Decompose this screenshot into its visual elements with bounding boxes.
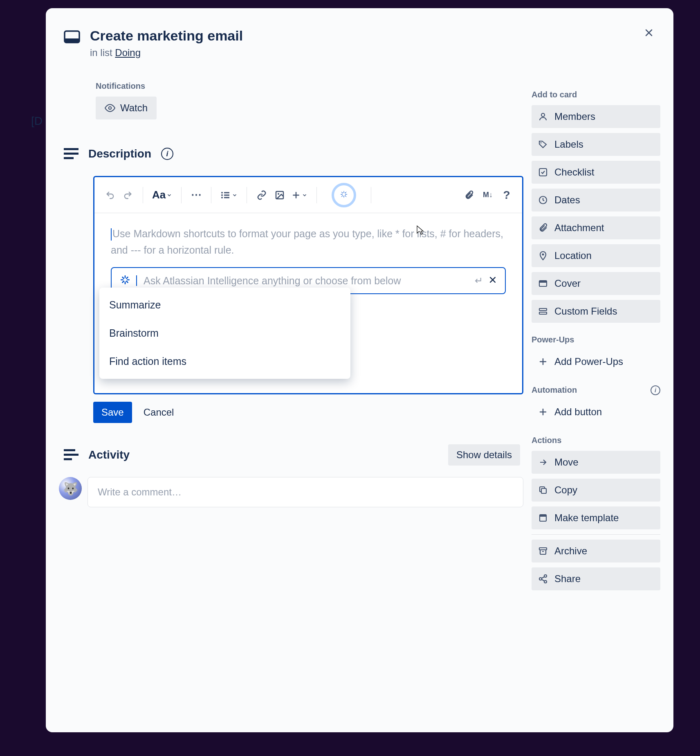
main-column: Create marketing email in list Doing Not… (59, 21, 532, 719)
plus-icon (538, 357, 548, 367)
list-button[interactable] (218, 187, 240, 203)
location-button[interactable]: Location (532, 244, 660, 267)
attachment-button[interactable] (461, 187, 477, 203)
svg-point-6 (221, 192, 223, 194)
card-header: Create marketing email in list Doing (59, 21, 523, 62)
svg-rect-24 (539, 281, 547, 283)
cancel-button[interactable]: Cancel (144, 407, 174, 418)
chevron-down-icon (232, 192, 238, 198)
svg-rect-7 (224, 192, 229, 193)
svg-point-18 (541, 113, 545, 117)
cover-icon (538, 279, 548, 288)
card-title[interactable]: Create marketing email (90, 28, 243, 44)
svg-rect-20 (539, 169, 547, 176)
arrow-right-icon (538, 457, 548, 467)
members-button[interactable]: Members (532, 105, 660, 128)
add-to-card-heading: Add to card (532, 90, 660, 99)
watch-button[interactable]: Watch (96, 97, 157, 119)
svg-point-22 (542, 254, 544, 256)
ai-suggestion-brainstorm[interactable]: Brainstorm (99, 319, 350, 347)
notifications-heading: Notifications (96, 81, 523, 91)
card-list-location: in list Doing (90, 47, 243, 59)
ai-prompt-placeholder: Ask Atlassian Intelligence anything or c… (144, 275, 469, 287)
more-formatting-button[interactable]: ⋯ (188, 187, 204, 203)
show-details-button[interactable]: Show details (448, 444, 520, 466)
add-automation-button[interactable]: Add button (532, 400, 660, 423)
atlassian-intelligence-icon (120, 274, 130, 287)
activity-heading: Activity (88, 448, 130, 461)
labels-button[interactable]: Labels (532, 133, 660, 156)
template-icon (538, 513, 548, 523)
ai-suggestion-find-action-items[interactable]: Find action items (99, 347, 350, 376)
card-modal: Create marketing email in list Doing Not… (46, 8, 673, 732)
svg-point-33 (544, 580, 547, 583)
plus-icon (538, 407, 548, 417)
svg-point-31 (544, 575, 547, 577)
insert-button[interactable] (289, 187, 310, 203)
close-button[interactable] (639, 23, 659, 43)
image-button[interactable] (271, 187, 288, 203)
comment-input[interactable]: Write a comment… (88, 477, 523, 507)
sidebar: Add to card Members Labels Checklist Dat… (532, 21, 660, 719)
paperclip-icon (538, 223, 548, 233)
help-button[interactable]: ? (498, 187, 515, 203)
svg-point-8 (221, 194, 223, 196)
automation-info-icon[interactable]: i (651, 385, 660, 395)
dates-button[interactable]: Dates (532, 189, 660, 212)
custom-fields-button[interactable]: Custom Fields (532, 300, 660, 323)
svg-rect-4 (64, 153, 79, 155)
make-template-button[interactable]: Make template (532, 506, 660, 529)
description-editor[interactable]: Aa ⋯ (93, 176, 523, 394)
share-button[interactable]: Share (532, 567, 660, 590)
save-button[interactable]: Save (93, 402, 132, 423)
svg-rect-27 (541, 488, 546, 493)
image-icon (275, 190, 285, 200)
attachment-button[interactable]: Attachment (532, 216, 660, 239)
copy-icon (538, 485, 548, 495)
svg-point-32 (539, 578, 542, 580)
list-icon (220, 190, 230, 200)
svg-rect-11 (224, 197, 229, 198)
move-button[interactable]: Move (532, 451, 660, 474)
ai-suggestion-summarize[interactable]: Summarize (99, 291, 350, 319)
svg-rect-26 (539, 312, 547, 314)
cursor-pointer-icon (414, 225, 424, 236)
svg-rect-30 (539, 548, 547, 550)
description-heading: Description (88, 147, 151, 160)
svg-rect-15 (64, 454, 79, 456)
svg-point-2 (109, 107, 112, 110)
description-header: Description i (59, 147, 523, 160)
add-powerups-button[interactable]: Add Power-Ups (532, 350, 660, 373)
ai-close-button[interactable] (489, 275, 497, 286)
redo-button[interactable] (120, 187, 136, 203)
close-icon (644, 28, 654, 38)
archive-button[interactable]: Archive (532, 540, 660, 562)
link-button[interactable] (254, 187, 270, 203)
editor-toolbar: Aa ⋯ (94, 177, 522, 213)
separator (532, 534, 660, 535)
list-name-link[interactable]: Doing (115, 47, 141, 58)
automation-heading: Automation (532, 385, 577, 395)
redo-icon (123, 191, 132, 200)
powerups-heading: Power-Ups (532, 335, 660, 344)
copy-button[interactable]: Copy (532, 479, 660, 502)
svg-rect-1 (65, 38, 79, 43)
chevron-down-icon (166, 192, 172, 198)
text-styles-button[interactable]: Aa (150, 187, 175, 203)
user-avatar[interactable]: 🐺 (59, 477, 82, 500)
info-icon[interactable]: i (161, 148, 173, 160)
svg-rect-5 (64, 157, 74, 159)
ai-button[interactable] (332, 183, 356, 207)
enter-icon[interactable]: ↵ (475, 275, 483, 286)
undo-button[interactable] (102, 187, 118, 203)
svg-rect-25 (539, 308, 547, 310)
share-icon (538, 574, 548, 584)
checklist-button[interactable]: Checklist (532, 161, 660, 184)
atlassian-intelligence-icon (338, 189, 350, 202)
markdown-button[interactable]: M↓ (480, 187, 496, 203)
description-buttons: Save Cancel (93, 402, 523, 423)
cover-button[interactable]: Cover (532, 272, 660, 295)
svg-rect-3 (64, 148, 79, 150)
comment-row: 🐺 Write a comment… (59, 477, 523, 507)
editor-body[interactable]: Use Markdown shortcuts to format your pa… (94, 213, 522, 393)
